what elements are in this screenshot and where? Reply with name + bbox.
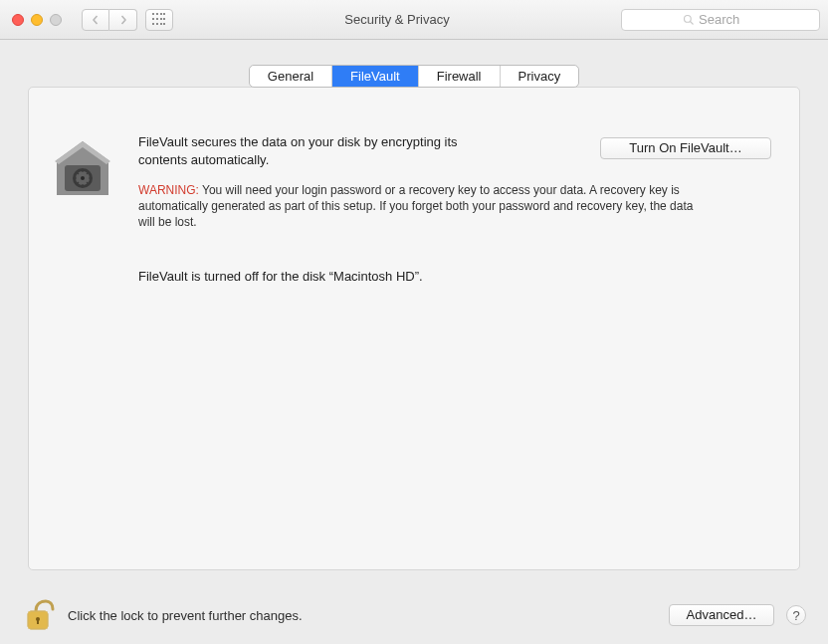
panel: Turn On FileVault… — [28, 87, 800, 570]
turn-on-filevault-button[interactable]: Turn On FileVault… — [600, 137, 771, 159]
close-window-button[interactable] — [12, 14, 24, 26]
padlock-open-icon — [22, 595, 56, 635]
traffic-lights — [8, 14, 74, 26]
show-all-button[interactable] — [145, 9, 173, 31]
chevron-right-icon — [118, 15, 128, 25]
filevault-status: FileVault is turned off for the disk “Ma… — [138, 269, 777, 284]
minimize-window-button[interactable] — [31, 14, 43, 26]
svg-point-15 — [81, 176, 85, 180]
window-title: Security & Privacy — [181, 12, 613, 27]
grid-icon — [152, 13, 166, 27]
forward-button[interactable] — [109, 9, 137, 31]
unlock-icon[interactable] — [22, 595, 56, 635]
svg-rect-19 — [37, 620, 39, 624]
filevault-icon — [51, 137, 114, 201]
svg-line-1 — [691, 21, 694, 24]
window-toolbar: Security & Privacy — [0, 0, 828, 40]
tabs: General FileVault Firewall Privacy — [249, 65, 579, 88]
main-area: General FileVault Firewall Privacy Turn … — [0, 40, 828, 580]
warning-text: You will need your login password or a r… — [138, 183, 693, 229]
tab-firewall[interactable]: Firewall — [419, 66, 501, 87]
filevault-intro: FileVault secures the data on your disk … — [138, 133, 497, 168]
chevron-left-icon — [91, 15, 101, 25]
nav-buttons — [82, 9, 137, 31]
advanced-button[interactable]: Advanced… — [669, 604, 774, 626]
search-icon — [683, 14, 695, 26]
zoom-window-button[interactable] — [50, 14, 62, 26]
tab-general[interactable]: General — [250, 66, 332, 87]
tab-privacy[interactable]: Privacy — [501, 66, 579, 87]
house-safe-icon — [51, 137, 114, 201]
tab-filevault[interactable]: FileVault — [332, 66, 419, 87]
lock-help-text: Click the lock to prevent further change… — [68, 608, 657, 623]
tab-row: General FileVault Firewall Privacy — [28, 64, 800, 87]
back-button[interactable] — [82, 9, 109, 31]
svg-point-0 — [685, 15, 692, 22]
search-field[interactable] — [621, 9, 820, 31]
warning-label: WARNING: — [138, 183, 199, 197]
search-input[interactable] — [699, 12, 758, 27]
filevault-warning: WARNING: You will need your login passwo… — [138, 182, 696, 231]
footer: Click the lock to prevent further change… — [0, 586, 828, 644]
help-button[interactable]: ? — [786, 605, 806, 625]
